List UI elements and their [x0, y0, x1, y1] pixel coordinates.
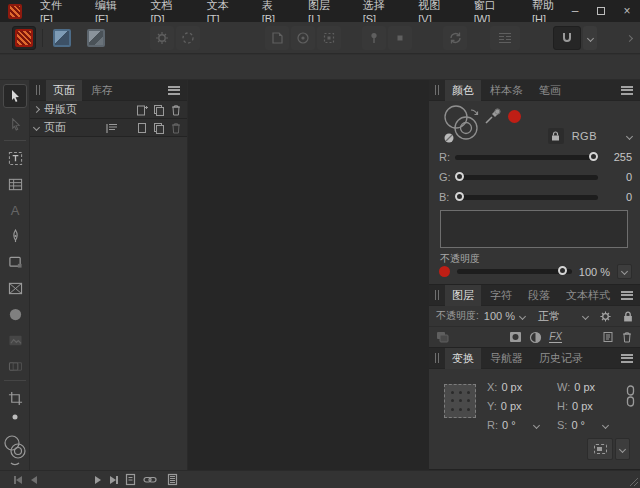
rotate-right-button[interactable] [176, 26, 200, 50]
menu-text[interactable]: 文本[T] [207, 0, 236, 25]
panel-drag-handle-icon[interactable] [435, 290, 439, 300]
eyedropper-icon[interactable] [484, 107, 502, 125]
rotate-left-button[interactable] [150, 26, 174, 50]
menu-document[interactable]: 文档[D] [151, 0, 181, 25]
add-page-button[interactable] [135, 121, 149, 135]
y-value[interactable]: 0 px [501, 400, 522, 412]
tab-paragraph[interactable]: 段落 [521, 285, 557, 306]
color-sampler-dot[interactable] [3, 410, 27, 424]
stacked-layers-icon[interactable] [436, 331, 450, 343]
picture-frame-tool-button[interactable] [3, 276, 27, 300]
table-tool-button[interactable] [3, 172, 27, 196]
blend-mode-dropdown-icon[interactable] [582, 312, 589, 319]
red-slider-value[interactable]: 255 [598, 151, 632, 163]
color-preview-well[interactable] [440, 210, 628, 248]
fx-icon[interactable]: FX [549, 331, 562, 343]
green-slider-handle[interactable] [455, 172, 464, 181]
anchor-dot[interactable] [451, 408, 454, 411]
tab-character[interactable]: 字符 [483, 285, 519, 306]
tab-layers[interactable]: 图层 [445, 285, 481, 306]
shear-dropdown-icon[interactable] [602, 421, 609, 428]
shear-value[interactable]: 0 ° [571, 419, 585, 431]
panel-drag-handle-icon[interactable] [435, 85, 439, 95]
maximize-button[interactable] [588, 0, 614, 22]
menu-view[interactable]: 视图[V] [418, 0, 448, 25]
panel-drag-handle-icon[interactable] [435, 353, 439, 363]
transparency-tool-button[interactable] [3, 354, 27, 378]
toolbar-overflow-button[interactable] [622, 26, 636, 50]
anchor-dot[interactable] [459, 399, 462, 402]
duplicate-master-page-button[interactable] [152, 103, 166, 117]
panel-drag-handle-icon[interactable] [36, 85, 40, 95]
add-master-page-button[interactable] [135, 103, 149, 117]
frame-text-tool-button[interactable] [3, 146, 27, 170]
node-tool-button[interactable] [3, 112, 27, 136]
h-value[interactable]: 0 px [572, 400, 593, 412]
chevron-down-icon[interactable] [33, 124, 40, 131]
delete-master-page-button[interactable] [169, 103, 183, 117]
menu-layer[interactable]: 图层[L] [308, 0, 337, 25]
artistic-text-tool-button[interactable]: A [3, 198, 27, 222]
move-tool-button[interactable] [3, 84, 27, 108]
snapping-options-dropdown[interactable] [583, 26, 597, 50]
tab-color[interactable]: 颜色 [445, 80, 481, 101]
window-resize-grip[interactable] [630, 478, 638, 486]
opacity-slider-handle[interactable] [558, 266, 567, 275]
new-layer-icon[interactable] [602, 331, 614, 343]
tab-stroke[interactable]: 笔画 [532, 80, 568, 101]
pin-button[interactable] [362, 26, 386, 50]
blue-slider-value[interactable]: 0 [598, 191, 632, 203]
transform-panel-menu-icon[interactable] [621, 354, 633, 363]
tab-pages[interactable]: 页面 [46, 80, 82, 101]
minimize-button[interactable]: – [562, 0, 588, 22]
master-pages-row[interactable]: 母版页 [30, 101, 187, 119]
anchor-dot[interactable] [459, 391, 462, 394]
tab-swatches[interactable]: 样本条 [483, 80, 530, 101]
chevron-right-icon[interactable] [33, 106, 40, 113]
tab-stock[interactable]: 库存 [84, 80, 120, 101]
menu-window[interactable]: 窗口[W] [474, 0, 506, 25]
text-wrap-button[interactable] [490, 26, 520, 50]
single-page-view-button[interactable] [122, 473, 138, 487]
opacity-slider-track[interactable] [457, 269, 572, 274]
anchor-point-selector[interactable] [444, 384, 476, 418]
snapping-toggle-button[interactable] [553, 26, 581, 50]
color-panel-menu-icon[interactable] [621, 86, 633, 95]
lock-icon[interactable] [623, 311, 633, 322]
delete-page-button[interactable] [169, 121, 183, 135]
tab-navigator[interactable]: 导航器 [483, 348, 530, 369]
tab-text-styles[interactable]: 文本样式 [559, 285, 617, 306]
link-dimensions-icon[interactable] [626, 385, 635, 407]
gear-icon[interactable] [599, 310, 612, 323]
anchor-dot[interactable] [467, 399, 470, 402]
next-page-button[interactable] [90, 473, 106, 487]
anchor-dot[interactable] [467, 391, 470, 394]
layers-opacity-value[interactable]: 100 % [484, 310, 515, 322]
crop-tool-button[interactable] [3, 386, 27, 410]
anchor-dot[interactable] [451, 399, 454, 402]
document-canvas[interactable] [188, 80, 429, 470]
fill-stroke-selector[interactable] [441, 102, 485, 146]
mask-icon[interactable] [509, 331, 522, 343]
anchor-dot[interactable] [459, 408, 462, 411]
persona-photo-button[interactable] [84, 26, 108, 50]
pages-view-button[interactable] [164, 473, 180, 487]
pen-tool-button[interactable] [3, 224, 27, 248]
opacity-color-chip[interactable] [439, 266, 450, 277]
close-button[interactable]: × [614, 0, 640, 22]
apply-master-button[interactable] [104, 121, 118, 135]
duplicate-page-button[interactable] [152, 121, 166, 135]
marquee-button[interactable] [317, 26, 341, 50]
trash-icon[interactable] [621, 331, 633, 343]
spread-setup-button[interactable] [291, 26, 315, 50]
green-slider-value[interactable]: 0 [598, 171, 632, 183]
x-value[interactable]: 0 px [501, 381, 522, 393]
first-page-button[interactable] [10, 473, 26, 487]
blend-mode-value[interactable]: 正常 [538, 309, 560, 324]
layers-panel-menu-icon[interactable] [621, 291, 633, 300]
pages-panel-menu-icon[interactable] [168, 86, 180, 95]
opacity-dropdown-icon[interactable] [519, 312, 526, 319]
color-mode-dropdown-icon[interactable] [626, 132, 633, 139]
menu-table[interactable]: 表[B] [262, 0, 282, 25]
persona-designer-button[interactable] [50, 26, 74, 50]
